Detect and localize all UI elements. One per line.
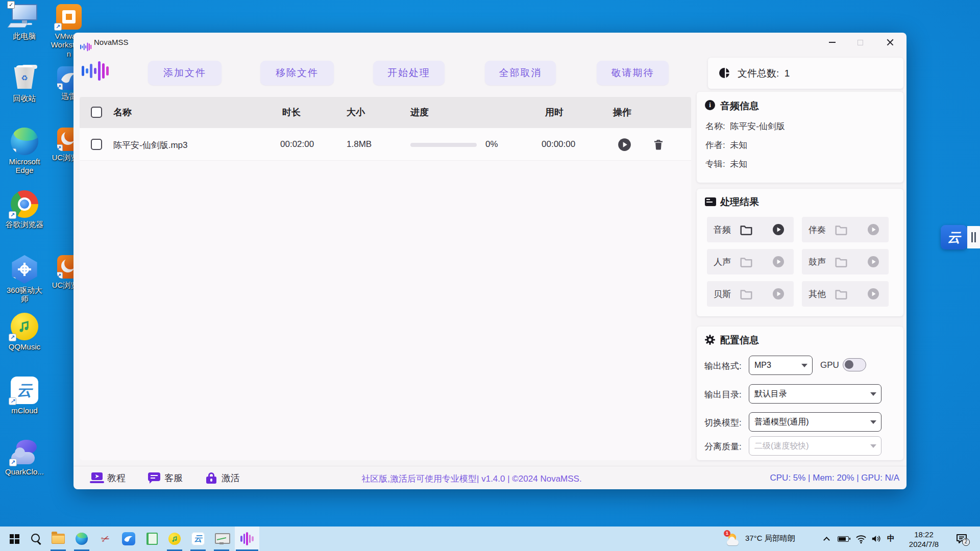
open-folder-button[interactable] (835, 256, 848, 268)
desktop-icon-label: QQMusic (5, 342, 44, 351)
play-button[interactable] (618, 138, 631, 152)
taskbar-notepad[interactable] (141, 527, 163, 551)
ime-indicator[interactable]: 中 (887, 534, 895, 543)
close-icon (886, 38, 894, 46)
tray-battery[interactable] (835, 527, 851, 551)
shortcut-arrow-icon: ↗ (8, 277, 16, 285)
tray-expand[interactable] (819, 527, 834, 551)
mcloud-float-widget[interactable]: 云 (941, 225, 980, 251)
edition-text: 社区版,激活后可使用专业模型| v1.4.0 | ©2024 NovaMSS. (74, 473, 870, 485)
audio-info-panel: i 音频信息 名称: 陈平安-仙剑版 作者: 未知 专辑: 未知 (697, 92, 903, 183)
cancel-all-button[interactable]: 全部取消 (485, 61, 556, 85)
desktop-icon-edge[interactable]: ↗ Microsoft Edge (5, 128, 44, 175)
taskbar-perfmon[interactable] (210, 527, 233, 551)
notepad-icon (146, 533, 158, 545)
taskbar-explorer[interactable] (47, 527, 69, 551)
toggle-knob (845, 360, 853, 369)
minimize-icon (829, 42, 836, 43)
taskbar: ✂ 云 1 37°C 局部晴朗 中 18:22 2024/7/8 (0, 527, 980, 551)
config-title: 配置信息 (720, 334, 759, 347)
results-title: 处理结果 (720, 195, 759, 209)
taskbar-snipping[interactable]: ✂ (94, 527, 116, 551)
tray-wifi[interactable] (853, 527, 869, 551)
play-result-button[interactable] (772, 256, 785, 268)
model-select[interactable]: 普通模型(通用) (749, 412, 881, 432)
open-folder-button[interactable] (835, 288, 848, 300)
coming-soon-button[interactable]: 敬请期待 (597, 61, 669, 85)
desktop-icon-mcloud[interactable]: 云 ↗ mCloud (5, 377, 44, 415)
taskbar-thunder[interactable] (117, 527, 140, 551)
desktop-icon-qqmusic[interactable]: ↗ QQMusic (5, 313, 44, 351)
play-result-button[interactable] (867, 256, 879, 268)
desktop-icon-this-pc[interactable]: ✓ 此电脑 (5, 4, 44, 40)
wifi-icon (855, 534, 867, 544)
add-files-button[interactable]: 添加文件 (148, 61, 222, 85)
mcloud-widget-panel (967, 226, 980, 248)
open-folder-button[interactable] (740, 256, 753, 268)
select-all-checkbox[interactable] (91, 107, 102, 118)
table-row: 陈平安-仙剑版.mp3 00:02:00 1.8MB 0% 00:00:00 (80, 128, 691, 161)
gpu-toggle[interactable] (843, 358, 866, 371)
mcloud-icon: 云 ↗ (11, 377, 38, 404)
results-icon (705, 197, 716, 206)
row-checkbox[interactable] (91, 139, 102, 150)
output-dir-label: 输出目录: (704, 389, 742, 400)
play-result-button[interactable] (867, 223, 879, 236)
thunder-icon (122, 532, 135, 545)
file-name: 陈平安-仙剑版.mp3 (113, 139, 187, 151)
progress-percent: 0% (485, 139, 498, 149)
close-button[interactable] (877, 33, 903, 52)
open-folder-button[interactable] (740, 288, 753, 300)
gear-icon (704, 334, 716, 346)
notification-icon: 2 (955, 533, 968, 544)
windows-logo-icon (10, 534, 19, 544)
window-title: NovaMSS (94, 38, 129, 46)
shortcut-arrow-icon: ↗ (9, 334, 16, 341)
start-process-button[interactable]: 开始处理 (373, 61, 445, 85)
desktop-icon-quark[interactable]: ↗ QuarkClo... (5, 440, 44, 476)
open-folder-button[interactable] (740, 223, 753, 236)
delete-button[interactable] (652, 138, 665, 151)
shortcut-arrow-icon: ↗ (57, 144, 63, 151)
novamss-logo-icon (82, 61, 109, 81)
open-folder-button[interactable] (835, 223, 848, 236)
column-header-name: 名称 (113, 97, 132, 128)
play-result-button[interactable] (772, 288, 785, 300)
output-dir-select[interactable]: 默认目录 (749, 384, 881, 404)
tray-weather[interactable]: 1 (723, 527, 742, 551)
tray-date: 2024/7/8 (902, 540, 945, 549)
info-icon: i (705, 100, 715, 110)
desktop: ↗ VMware Workstation ↗ 迅雷 ↗ UC浏览器 ↗ UC浏览… (0, 0, 980, 551)
search-icon (30, 533, 41, 544)
minimize-button[interactable] (819, 33, 845, 52)
tray-time: 18:22 (902, 530, 945, 540)
file-count-value: 1 (785, 68, 790, 79)
maximize-button[interactable] (847, 33, 873, 52)
file-size: 1.8MB (347, 139, 372, 149)
shortcut-arrow-icon: ↗ (57, 272, 63, 279)
play-result-button[interactable] (867, 288, 879, 300)
start-button[interactable] (3, 527, 26, 551)
quality-select[interactable]: 二级(速度较快) (749, 436, 881, 456)
desktop-icon-recycle-bin[interactable]: ♻ 回收站 (5, 65, 44, 103)
title-bar[interactable]: NovaMSS (74, 33, 906, 52)
output-format-select[interactable]: MP3 (749, 356, 813, 375)
taskbar-novamss[interactable] (235, 527, 259, 551)
selected-checkbox-icon[interactable]: ✓ (7, 1, 15, 9)
taskbar-edge[interactable] (70, 527, 93, 551)
desktop-icon-360[interactable]: ↗ 360驱动大师 (5, 255, 44, 304)
remove-files-button[interactable]: 移除文件 (260, 61, 334, 85)
speaker-icon (871, 534, 882, 544)
desktop-icon-chrome[interactable]: ↗ 谷歌浏览器 (5, 190, 44, 229)
weather-text[interactable]: 37°C 局部晴朗 (745, 534, 795, 543)
battery-icon (838, 536, 849, 542)
taskbar-qqmusic[interactable] (163, 527, 186, 551)
action-center[interactable]: 2 (950, 527, 973, 551)
tray-clock[interactable]: 18:22 2024/7/8 (902, 530, 945, 549)
taskbar-search[interactable] (24, 527, 47, 551)
file-table: 名称 时长 大小 进度 用时 操作 陈平安-仙剑版.mp3 00:02:00 1… (80, 97, 691, 460)
mcloud-icon[interactable]: 云 (941, 225, 967, 249)
taskbar-mcloud[interactable]: 云 (187, 527, 209, 551)
tray-volume[interactable] (869, 527, 884, 551)
play-result-button[interactable] (772, 223, 785, 236)
